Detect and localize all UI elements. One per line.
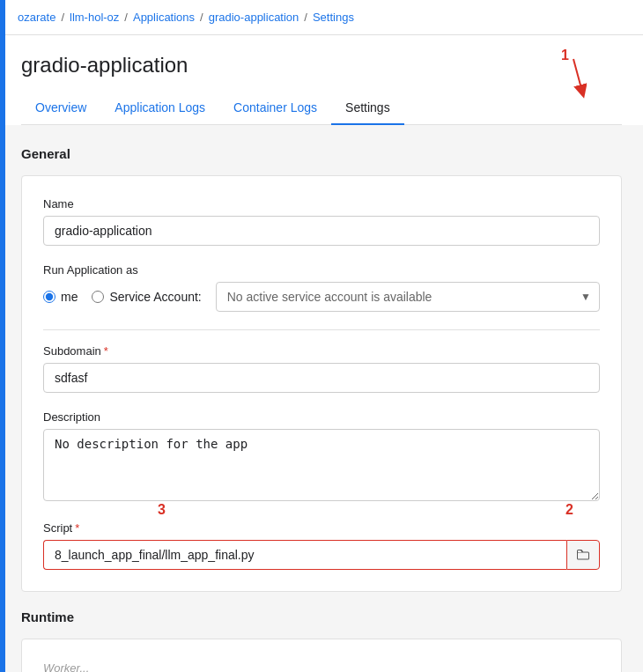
script-group: 2 3 Script* (43, 521, 600, 570)
breadcrumb-sep-4: / (304, 11, 307, 24)
subdomain-group: Subdomain* (43, 344, 600, 393)
breadcrumb-sep-2: / (124, 11, 128, 24)
divider-1 (43, 329, 600, 330)
tabs-container: 1 Overview Application Logs Container Lo… (21, 92, 622, 125)
general-section: General Name Run Application as me Servi (21, 146, 622, 592)
name-group: Name (43, 197, 600, 246)
runtime-placeholder: Worker... (43, 661, 89, 672)
annotation-2-number: 2 (565, 502, 573, 518)
name-label: Name (43, 197, 600, 210)
run-as-label: Run Application as (43, 263, 600, 277)
general-card: Name Run Application as me Service Accou… (21, 175, 622, 592)
left-accent-bar (0, 0, 5, 672)
file-browser-button[interactable] (566, 540, 600, 570)
run-as-row: me Service Account: No active service ac… (43, 282, 600, 312)
breadcrumb-settings[interactable]: Settings (313, 11, 354, 24)
me-radio[interactable] (43, 291, 55, 303)
main-content: General Name Run Application as me Servi (0, 125, 643, 672)
run-as-group: Run Application as me Service Account: N… (43, 263, 600, 312)
runtime-section-title: Runtime (21, 609, 622, 624)
description-textarea[interactable]: No description for the app (43, 429, 600, 501)
description-group: Description No description for the app (43, 410, 600, 504)
service-account-select-wrapper: No active service account is available ▼ (216, 282, 600, 312)
general-section-title: General (21, 146, 622, 161)
me-radio-option[interactable]: me (43, 290, 78, 304)
breadcrumb: ozarate / llm-hol-oz / Applications / gr… (0, 0, 643, 35)
service-account-radio[interactable] (92, 291, 104, 303)
runtime-card: Worker... (21, 639, 622, 672)
name-input[interactable] (43, 216, 600, 246)
subdomain-label: Subdomain* (43, 344, 600, 358)
tab-application-logs[interactable]: Application Logs (100, 92, 219, 125)
breadcrumb-applications[interactable]: Applications (133, 11, 195, 24)
description-label: Description (43, 410, 600, 424)
service-account-text: Service Account: (109, 290, 201, 304)
page-title: gradio-application (21, 53, 622, 78)
runtime-section: Runtime Worker... (21, 609, 622, 672)
annotation-3-number: 3 (158, 502, 166, 518)
script-label: Script* (43, 521, 600, 535)
subdomain-input[interactable] (43, 363, 600, 393)
script-input[interactable] (43, 540, 566, 570)
breadcrumb-sep-3: / (200, 11, 203, 24)
subdomain-required: * (104, 344, 108, 358)
breadcrumb-ozarate[interactable]: ozarate (18, 11, 55, 24)
service-account-select[interactable]: No active service account is available (216, 282, 600, 312)
me-radio-label: me (61, 290, 78, 304)
tabs: Overview Application Logs Container Logs… (21, 92, 622, 125)
script-input-wrapper (43, 540, 600, 570)
tab-settings[interactable]: Settings (331, 92, 404, 125)
tab-overview[interactable]: Overview (21, 92, 100, 125)
breadcrumb-llm-hol-oz[interactable]: llm-hol-oz (70, 11, 119, 24)
folder-icon (576, 548, 590, 562)
tab-container-logs[interactable]: Container Logs (219, 92, 331, 125)
script-required: * (75, 521, 79, 535)
service-account-radio-option[interactable]: Service Account: (92, 290, 201, 304)
breadcrumb-gradio-application[interactable]: gradio-application (209, 11, 299, 24)
breadcrumb-sep-1: / (61, 11, 64, 24)
page-header: gradio-application 1 Overview Applicatio… (0, 35, 643, 125)
